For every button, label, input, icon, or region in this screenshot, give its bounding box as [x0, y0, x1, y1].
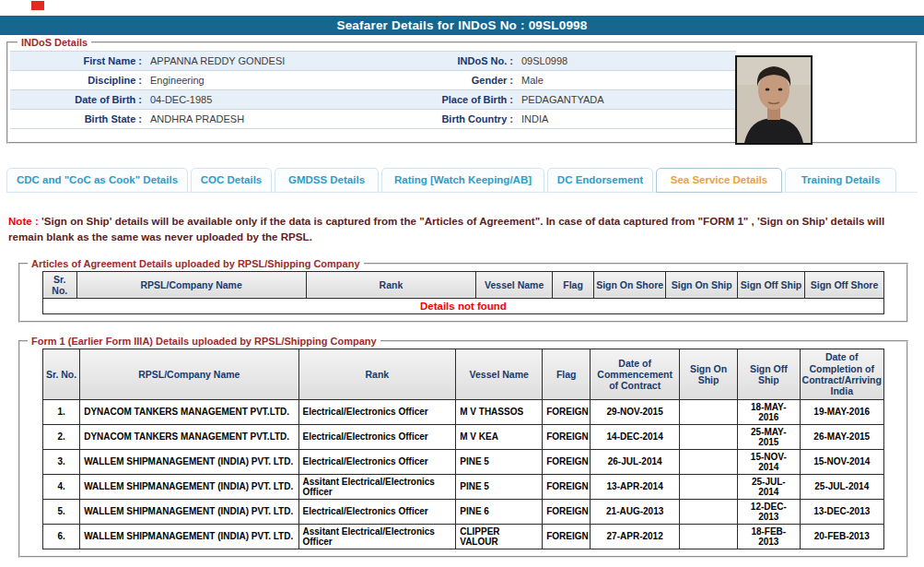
cell-completion: 13-DEC-2013 [800, 499, 883, 524]
cell-sr-no: 2. [43, 424, 80, 449]
form1-legend: Form 1 (Earlier Form IIIA) Details uploa… [28, 336, 380, 347]
cell-sr-no: 4. [43, 474, 80, 499]
red-marker-icon [31, 1, 44, 10]
cell-sr-no: 1. [43, 399, 80, 424]
cell-completion: 26-MAY-2015 [800, 424, 883, 449]
sign-on-ship-note: Note : 'Sign on Ship' details will be av… [8, 214, 906, 245]
col-header-commencement: Date of Commencement of Contract [591, 349, 680, 400]
indos-details-legend: INDoS Details [18, 37, 91, 48]
cell-sign-off-ship: 25-MAY-2015 [738, 424, 801, 449]
articles-of-agreement-panel: Articles of Agreement Details uploaded b… [18, 258, 908, 324]
gender-label: Gender : [374, 75, 520, 86]
cell-completion: 19-MAY-2016 [800, 399, 883, 424]
col-header-sr-no: Sr. No. [43, 349, 80, 400]
cell-commencement: 14-DEC-2014 [591, 424, 680, 449]
date-of-birth-value: 04-DEC-1985 [148, 94, 374, 105]
tab-dc-endorsement[interactable]: DC Endorsement [547, 168, 653, 193]
col-header-company: RPSL/Company Name [76, 271, 306, 299]
cell-sign-on-ship [680, 399, 738, 424]
birth-country-value: INDIA [520, 113, 736, 124]
cell-rank: Electrical/Electronics Officer [298, 399, 456, 424]
cell-vessel: PINE 5 [456, 474, 543, 499]
cell-sign-on-ship [680, 499, 738, 524]
cell-sign-on-ship [680, 524, 738, 549]
indos-no-label: INDoS No. : [374, 55, 520, 66]
field-row: Birth State : ANDHRA PRADESH Birth Count… [10, 110, 736, 129]
col-header-rank: Rank [298, 349, 456, 400]
cell-rank: Assitant Electrical/Electronics Officer [298, 524, 456, 549]
table-row: 4. WALLEM SHIPMANAGEMENT (INDIA) PVT. LT… [43, 474, 884, 499]
col-header-sign-off-shore: Sign Off Shore [805, 271, 884, 299]
indos-details-grid: First Name : APPANNA REDDY GONDESI INDoS… [10, 51, 736, 129]
articles-table: Sr. No. RPSL/Company Name Rank Vessel Na… [42, 271, 884, 315]
cell-sign-off-ship: 15-NOV-2014 [738, 449, 801, 474]
articles-header-row: Sr. No. RPSL/Company Name Rank Vessel Na… [43, 271, 884, 299]
note-prefix: Note : [8, 215, 39, 227]
tab-gmdss-details[interactable]: GMDSS Details [275, 168, 379, 193]
date-of-birth-label: Date of Birth : [10, 94, 148, 105]
field-row: Discipline : Engineering Gender : Male [10, 71, 736, 90]
table-row: 5. WALLEM SHIPMANAGEMENT (INDIA) PVT. LT… [43, 499, 884, 524]
cell-commencement: 27-APR-2012 [591, 524, 680, 549]
empty-row: Details not found [43, 299, 884, 314]
birth-state-value: ANDHRA PRADESH [148, 113, 374, 124]
cell-flag: FOREIGN [543, 449, 591, 474]
tab-bar: CDC and "CoC as Cook" Details COC Detail… [6, 168, 918, 193]
col-header-rank: Rank [306, 271, 475, 299]
indos-details-panel: INDoS Details First Name : APPANNA REDDY… [6, 37, 918, 144]
table-row: 2. DYNACOM TANKERS MANAGEMENT PVT.LTD. E… [43, 424, 884, 449]
cell-flag: FOREIGN [543, 399, 591, 424]
seafarer-photo [735, 55, 813, 145]
col-header-sr-no: Sr. No. [43, 271, 77, 299]
tab-sea-service-details[interactable]: Sea Service Details [656, 168, 782, 193]
cell-company: DYNACOM TANKERS MANAGEMENT PVT.LTD. [80, 424, 298, 449]
field-row: First Name : APPANNA REDDY GONDESI INDoS… [10, 52, 736, 71]
cell-flag: FOREIGN [543, 474, 591, 499]
cell-commencement: 29-NOV-2015 [591, 399, 680, 424]
cell-flag: FOREIGN [543, 424, 591, 449]
indos-no-value: 09SL0998 [520, 55, 736, 66]
cell-vessel: M V THASSOS [456, 399, 543, 424]
cell-sr-no: 5. [43, 499, 80, 524]
tab-coc-details[interactable]: COC Details [191, 168, 272, 193]
table-row: 6. WALLEM SHIPMANAGEMENT (INDIA) PVT. LT… [43, 524, 884, 549]
table-row: 3. WALLEM SHIPMANAGEMENT (INDIA) PVT. LT… [43, 449, 884, 474]
tab-cdc-coc-as-cook-details[interactable]: CDC and "CoC as Cook" Details [6, 168, 188, 193]
cell-rank: Electrical/Electronics Officer [298, 424, 456, 449]
col-header-sign-off-ship: Sign Off Ship [738, 271, 805, 299]
articles-legend: Articles of Agreement Details uploaded b… [28, 258, 364, 269]
tab-training-details[interactable]: Training Details [785, 168, 896, 193]
table-row: 1. DYNACOM TANKERS MANAGEMENT PVT.LTD. E… [43, 399, 884, 424]
cell-sign-on-ship [680, 474, 738, 499]
cell-company: WALLEM SHIPMANAGEMENT (INDIA) PVT. LTD. [80, 499, 298, 524]
form1-header-row: Sr. No. RPSL/Company Name Rank Vessel Na… [43, 349, 884, 400]
col-header-sign-on-ship: Sign On Ship [666, 271, 738, 299]
cell-vessel: PINE 6 [456, 499, 543, 524]
form1-panel: Form 1 (Earlier Form IIIA) Details uploa… [18, 336, 908, 558]
cell-completion: 25-JUL-2014 [800, 474, 883, 499]
field-row: Date of Birth : 04-DEC-1985 Place of Bir… [10, 90, 736, 110]
details-not-found-message: Details not found [43, 299, 884, 314]
cell-flag: FOREIGN [543, 524, 591, 549]
cell-company: WALLEM SHIPMANAGEMENT (INDIA) PVT. LTD. [80, 524, 298, 549]
tab-rating-watch-keeping-ab[interactable]: Rating [Watch Keeping/AB] [381, 168, 544, 193]
cell-sign-on-ship [680, 424, 738, 449]
page-title: Seafarer Details for INDoS No : 09SL0998 [0, 16, 924, 35]
cell-vessel: CLIPPER VALOUR [456, 524, 543, 549]
discipline-value: Engineering [148, 75, 374, 86]
col-header-vessel: Vessel Name [456, 349, 543, 400]
first-name-label: First Name : [10, 55, 148, 66]
cell-vessel: PINE 5 [456, 449, 543, 474]
birth-country-label: Birth Country : [374, 113, 520, 124]
birth-state-label: Birth State : [10, 113, 148, 124]
cell-rank: Electrical/Electronics Officer [298, 499, 456, 524]
form1-table: Sr. No. RPSL/Company Name Rank Vessel Na… [42, 348, 884, 549]
note-text: 'Sign on Ship' details will be available… [8, 215, 884, 242]
place-of-birth-label: Place of Birth : [374, 94, 520, 105]
cell-completion: 15-NOV-2014 [800, 449, 883, 474]
cell-commencement: 21-AUG-2013 [591, 499, 680, 524]
cell-sr-no: 6. [43, 524, 80, 549]
cell-sign-on-ship [680, 449, 738, 474]
cell-flag: FOREIGN [543, 499, 591, 524]
cell-company: DYNACOM TANKERS MANAGEMENT PVT.LTD. [80, 399, 298, 424]
